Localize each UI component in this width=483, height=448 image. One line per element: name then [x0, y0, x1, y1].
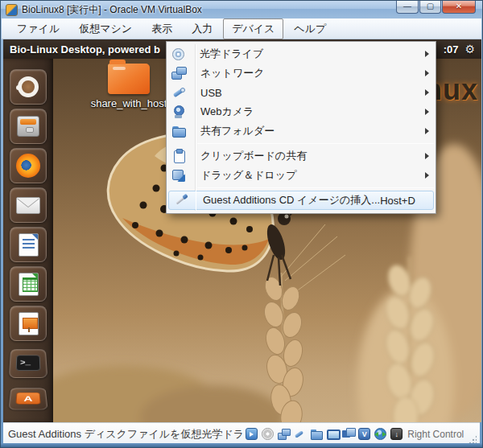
- optical-drive-icon: [172, 48, 184, 60]
- maximize-button[interactable]: ▢: [419, 1, 441, 14]
- menu-item-network[interactable]: ネットワーク: [167, 64, 436, 83]
- host-key-label: Right Control: [407, 429, 464, 440]
- devices-dropdown-menu: 光学ドライブ ネットワーク USB Webカメラ 共有フォルダー: [166, 41, 436, 214]
- status-icons: V ↓: [246, 428, 402, 440]
- ubuntu-logo-icon: [18, 76, 39, 97]
- usb-icon: [171, 85, 186, 100]
- menu-bar: ファイル 仮想マシン 表示 入力 デバイス ヘルプ: [2, 18, 481, 39]
- shared-folders-status-icon[interactable]: [310, 428, 322, 440]
- launcher-item-dash-home[interactable]: [10, 69, 47, 105]
- launcher-item-file-manager[interactable]: [10, 109, 47, 144]
- menu-help[interactable]: ヘルプ: [285, 18, 335, 39]
- submenu-arrow-icon: [425, 89, 429, 96]
- submenu-arrow-icon: [425, 51, 429, 57]
- launcher-item-libreoffice-writer[interactable]: [10, 227, 47, 262]
- envelope-icon: [16, 197, 40, 214]
- usb-status-icon[interactable]: [294, 428, 306, 440]
- optical-drive-status-icon[interactable]: [262, 428, 274, 440]
- menu-devices[interactable]: デバイス: [223, 18, 283, 39]
- menu-item-optical-drives[interactable]: 光学ドライブ: [167, 44, 436, 64]
- status-message: Guest Additions ディスクファイルを仮想光学ドライブに挿入: [8, 427, 242, 442]
- launcher-item-libreoffice-impress[interactable]: [10, 306, 47, 341]
- vm-display: Bio-Linux Desktop, powered b :07 ⚙ >_ A …: [3, 39, 481, 422]
- window-bottom-border: [1, 443, 482, 447]
- impress-presentation-icon: [19, 312, 39, 335]
- menu-machine[interactable]: 仮想マシン: [70, 18, 141, 39]
- virtualbox-app-icon: [6, 4, 18, 16]
- virtualbox-window: BioLinux8 [実行中] - Oracle VM VirtualBox —…: [0, 0, 483, 448]
- menu-separator: [197, 143, 434, 144]
- video-capture-status-icon[interactable]: [342, 428, 354, 440]
- menu-item-usb[interactable]: USB: [167, 83, 436, 102]
- launcher-item-app-a[interactable]: A: [8, 388, 47, 409]
- menu-view[interactable]: 表示: [142, 18, 181, 39]
- menu-item-insert-guest-additions[interactable]: Guest Additions CD イメージの挿入... Host+D: [168, 191, 434, 210]
- app-a-icon: A: [15, 393, 40, 405]
- launcher-item-mail[interactable]: [10, 187, 47, 223]
- menu-input[interactable]: 入力: [183, 18, 221, 39]
- display-status-icon[interactable]: [326, 428, 338, 440]
- writer-document-icon: [19, 233, 39, 257]
- submenu-arrow-icon: [425, 70, 429, 76]
- submenu-arrow-icon: [425, 109, 429, 115]
- webcam-icon: [171, 105, 186, 119]
- firefox-icon: [16, 154, 40, 178]
- shared-folder-icon: [171, 124, 186, 138]
- gear-icon[interactable]: ⚙: [464, 43, 475, 55]
- folder-label: share_with_host: [80, 97, 177, 109]
- clock-indicator[interactable]: :07: [444, 43, 459, 55]
- folder-icon: [108, 64, 150, 94]
- menu-item-webcams[interactable]: Webカメラ: [167, 102, 436, 121]
- clipboard-icon: [171, 149, 186, 163]
- desktop-folder-share-with-host[interactable]: share_with_host: [80, 64, 177, 109]
- keyboard-capture-icon[interactable]: ↓: [390, 428, 402, 440]
- drag-drop-icon: [171, 168, 186, 183]
- unity-launcher: >_ A: [3, 59, 53, 422]
- terminal-icon: >_: [16, 355, 41, 371]
- launcher-item-libreoffice-calc[interactable]: [10, 266, 47, 302]
- shortcut-label: Host+D: [380, 195, 415, 207]
- menu-item-shared-clipboard[interactable]: クリップボードの共有: [167, 146, 436, 166]
- launcher-item-terminal[interactable]: >_: [9, 349, 48, 378]
- launcher-item-firefox[interactable]: [10, 148, 47, 183]
- virtualization-features-icon[interactable]: V: [358, 428, 370, 440]
- menu-file[interactable]: ファイル: [8, 18, 68, 39]
- submenu-arrow-icon: [425, 153, 429, 159]
- status-bar: Guest Additions ディスクファイルを仮想光学ドライブに挿入 V ↓…: [3, 422, 480, 445]
- menu-item-drag-and-drop[interactable]: ドラッグ＆ドロップ: [167, 166, 436, 185]
- submenu-arrow-icon: [425, 172, 429, 179]
- calc-spreadsheet-icon: [19, 273, 39, 296]
- guest-additions-icon: [174, 193, 188, 208]
- status-message-icon[interactable]: [246, 428, 258, 440]
- menu-item-shared-folders[interactable]: 共有フォルダー: [167, 121, 436, 141]
- file-cabinet-icon: [17, 116, 39, 137]
- submenu-arrow-icon: [425, 128, 429, 134]
- network-icon: [171, 66, 186, 80]
- mouse-integration-icon[interactable]: [374, 428, 386, 440]
- minimize-button[interactable]: —: [396, 1, 419, 14]
- window-controls: — ▢ ✕: [395, 1, 476, 14]
- close-button[interactable]: ✕: [442, 1, 476, 14]
- network-status-icon[interactable]: [278, 428, 290, 440]
- menu-separator: [197, 187, 434, 188]
